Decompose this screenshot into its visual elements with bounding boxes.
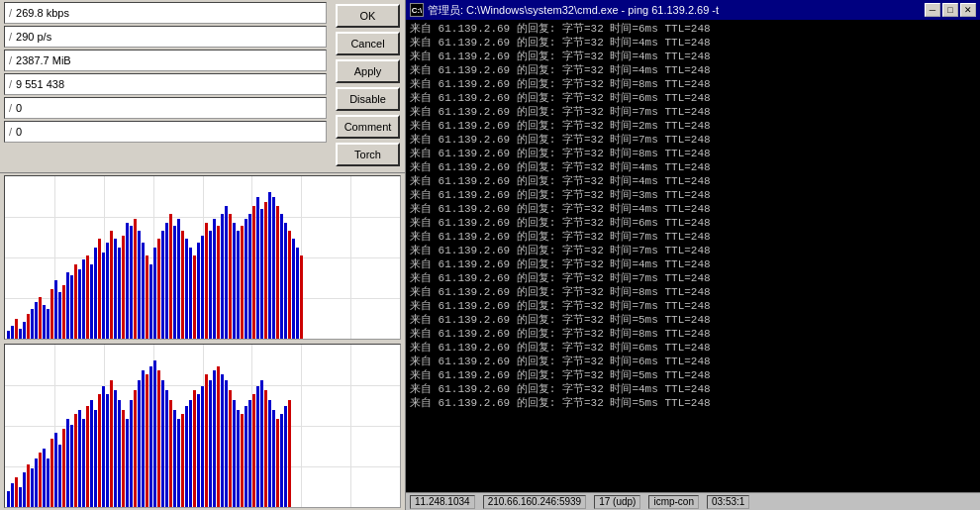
bar-20 [86,255,89,339]
bar-53 [217,226,220,339]
bar-15 [66,419,69,507]
bar-2 [15,319,18,339]
minimize-button[interactable]: ─ [925,3,940,17]
bar-33 [138,231,141,339]
bar-71 [288,231,291,339]
bar-17 [74,414,77,507]
apply-button[interactable]: Apply [336,59,400,83]
bar-60 [245,406,247,507]
cmd-line-18: 来自 61.139.2.69 的回复: 字节=32 时间=7ms TTL=248 [410,271,976,285]
bar-19 [82,419,85,507]
cmd-icon-text: C:\ [412,6,423,15]
cmd-line-26: 来自 61.139.2.69 的回复: 字节=32 时间=4ms TTL=248 [410,382,976,396]
bar-8 [39,453,42,507]
bar-41 [169,214,172,339]
bar-43 [177,419,180,507]
torch-button[interactable]: Torch [336,143,400,166]
cmd-line-1: 来自 61.139.2.69 的回复: 字节=32 时间=4ms TTL=248 [410,36,976,50]
stat-value-1: 290 p/s [16,31,51,43]
stat-label-1: / [9,31,12,43]
cmd-output: 来自 61.139.2.69 的回复: 字节=32 时间=6ms TTL=248… [406,20,980,492]
bar-48 [197,243,200,339]
bar-42 [173,226,176,339]
bar-65 [264,390,267,507]
bar-51 [209,380,212,507]
stat-row-4: /0 [4,97,327,119]
cmd-line-6: 来自 61.139.2.69 的回复: 字节=32 时间=7ms TTL=248 [410,105,976,119]
cmd-line-5: 来自 61.139.2.69 的回复: 字节=32 时间=6ms TTL=248 [410,91,976,105]
stat-row-0: /269.8 kbps [4,2,327,24]
maximize-button[interactable]: □ [942,3,958,17]
bar-64 [260,209,263,339]
bar-40 [165,390,168,507]
bar-28 [118,400,121,507]
bar-34 [142,370,145,507]
bar-14 [62,285,65,339]
bar-70 [284,223,287,339]
bar-55 [225,206,228,339]
bar-3 [19,487,22,507]
status-count: 17 (udp) [594,495,640,509]
bar-22 [94,410,97,507]
grid-h-4 [5,507,400,508]
cmd-line-15: 来自 61.139.2.69 的回复: 字节=32 时间=7ms TTL=248 [410,230,976,244]
bar-18 [78,410,81,507]
bar-9 [43,305,46,339]
stat-row-1: /290 p/s [4,26,327,48]
bar-12 [54,433,57,507]
cmd-line-22: 来自 61.139.2.69 的回复: 字节=32 时间=8ms TTL=248 [410,327,976,341]
bar-26 [110,380,113,507]
bar-32 [134,390,137,507]
cmd-line-7: 来自 61.139.2.69 的回复: 字节=32 时间=2ms TTL=248 [410,119,976,133]
bar-25 [106,243,109,339]
bar-58 [237,410,240,507]
bar-65 [264,202,267,339]
bar-39 [161,231,164,339]
bar-13 [58,445,61,507]
bar-12 [54,280,57,339]
bar-62 [252,206,255,339]
bar-0 [7,331,10,339]
chart-top [4,175,401,340]
cancel-button[interactable]: Cancel [336,32,400,55]
stat-value-2: 2387.7 MiB [16,54,71,66]
ok-button[interactable]: OK [336,4,400,28]
bar-15 [66,272,69,339]
bar-43 [177,219,180,339]
bar-50 [205,374,208,507]
cmd-statusbar: 11.248.1034 210.66.160.246:5939 17 (udp)… [406,492,980,510]
bar-22 [94,248,97,339]
bar-1 [11,326,14,339]
bar-56 [229,214,232,339]
bar-53 [217,366,220,507]
bar-27 [114,390,117,507]
bar-49 [201,236,204,339]
close-button[interactable]: ✕ [960,3,976,17]
cmd-line-8: 来自 61.139.2.69 的回复: 字节=32 时间=7ms TTL=248 [410,133,976,147]
disable-button[interactable]: Disable [336,87,400,111]
cmd-line-21: 来自 61.139.2.69 的回复: 字节=32 时间=5ms TTL=248 [410,313,976,327]
cmd-title: 管理员: C:\Windows\system32\cmd.exe - ping … [428,3,925,18]
cmd-window: C:\ 管理员: C:\Windows\system32\cmd.exe - p… [406,0,980,510]
bar-31 [130,400,133,507]
stats-panel: /269.8 kbps/290 p/s/2387.7 MiB/9 551 438… [0,0,405,173]
bar-72 [292,239,295,339]
bar-21 [90,264,93,339]
bar-46 [189,248,192,339]
bar-61 [248,214,251,339]
bar-32 [134,219,137,339]
bar-56 [229,390,232,507]
bar-20 [86,406,89,507]
bar-47 [193,255,196,339]
bar-24 [102,253,105,339]
chart-bottom-bars [5,345,400,507]
bar-7 [35,302,38,339]
bar-47 [193,390,196,507]
bar-28 [118,248,121,339]
cmd-line-4: 来自 61.139.2.69 的回复: 字节=32 时间=8ms TTL=248 [410,77,976,91]
grid-h-4 [5,339,400,340]
stat-value-3: 9 551 438 [16,78,64,90]
comment-button[interactable]: Comment [336,115,400,139]
bar-36 [149,264,152,339]
bar-70 [284,406,287,507]
